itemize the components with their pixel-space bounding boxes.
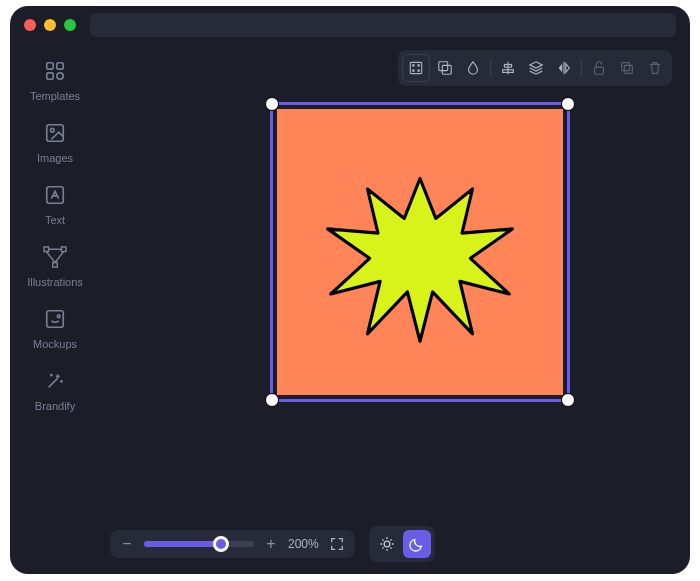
resize-handle-top-right[interactable] xyxy=(561,97,575,111)
image-icon xyxy=(42,120,68,146)
sidebar-item-label: Mockups xyxy=(33,338,77,350)
svg-rect-22 xyxy=(622,63,630,71)
svg-point-11 xyxy=(57,315,60,318)
flip-icon[interactable] xyxy=(551,55,577,81)
sidebar: Templates Images xyxy=(10,44,100,522)
toolbar-divider xyxy=(490,59,491,77)
svg-point-16 xyxy=(418,70,419,71)
zoom-in-button[interactable]: + xyxy=(264,537,278,551)
sidebar-item-label: Templates xyxy=(30,90,80,102)
svg-point-14 xyxy=(418,65,419,66)
toolbar-group-1 xyxy=(398,50,672,86)
titlebar xyxy=(10,6,690,44)
svg-rect-1 xyxy=(57,63,63,69)
svg-point-3 xyxy=(57,73,63,79)
magic-wand-icon xyxy=(42,368,68,394)
zoom-slider-fill xyxy=(144,541,221,547)
text-icon xyxy=(42,182,68,208)
svg-rect-18 xyxy=(442,65,451,74)
layers-icon[interactable] xyxy=(523,55,549,81)
svg-rect-7 xyxy=(44,247,49,252)
svg-point-24 xyxy=(384,541,390,547)
canvas[interactable] xyxy=(100,92,690,522)
starburst-shape[interactable] xyxy=(315,157,525,347)
top-toolbar xyxy=(100,44,690,92)
editor-area xyxy=(100,44,690,522)
svg-point-5 xyxy=(50,128,54,132)
copy-icon[interactable] xyxy=(614,55,640,81)
zoom-slider-knob[interactable] xyxy=(213,536,229,552)
svg-point-15 xyxy=(413,70,414,71)
illustrations-icon xyxy=(42,244,68,270)
sidebar-item-illustrations[interactable]: Illustrations xyxy=(27,244,83,288)
toolbar-divider xyxy=(581,59,582,77)
svg-rect-8 xyxy=(61,247,66,252)
grid-icon[interactable] xyxy=(402,54,430,82)
address-bar[interactable] xyxy=(90,13,676,37)
mockups-icon xyxy=(42,306,68,332)
svg-rect-10 xyxy=(47,311,64,328)
svg-rect-23 xyxy=(624,65,632,73)
trash-icon[interactable] xyxy=(642,55,668,81)
window-controls xyxy=(24,19,76,31)
svg-rect-17 xyxy=(439,62,448,71)
sidebar-item-label: Brandify xyxy=(35,400,75,412)
maximize-window-icon[interactable] xyxy=(64,19,76,31)
svg-rect-2 xyxy=(47,73,53,79)
artboard[interactable] xyxy=(277,109,563,395)
theme-light-button[interactable] xyxy=(373,530,401,558)
sidebar-item-templates[interactable]: Templates xyxy=(30,58,80,102)
svg-rect-12 xyxy=(410,62,421,73)
resize-handle-bottom-left[interactable] xyxy=(265,393,279,407)
sidebar-item-label: Illustrations xyxy=(27,276,83,288)
svg-rect-6 xyxy=(47,187,64,204)
sidebar-item-images[interactable]: Images xyxy=(37,120,73,164)
sidebar-item-brandify[interactable]: Brandify xyxy=(35,368,75,412)
theme-dark-button[interactable] xyxy=(403,530,431,558)
sidebar-item-label: Images xyxy=(37,152,73,164)
svg-rect-21 xyxy=(595,67,604,74)
zoom-slider[interactable] xyxy=(144,541,254,547)
zoom-control: − + 200% xyxy=(110,530,355,558)
sidebar-item-label: Text xyxy=(45,214,65,226)
svg-rect-4 xyxy=(47,125,64,142)
bottom-bar: − + 200% xyxy=(10,522,690,574)
app-window: Templates Images xyxy=(10,6,690,574)
sidebar-item-text[interactable]: Text xyxy=(42,182,68,226)
theme-toggle xyxy=(369,526,435,562)
fit-to-screen-icon[interactable] xyxy=(329,536,345,552)
svg-rect-0 xyxy=(47,63,53,69)
lock-open-icon[interactable] xyxy=(586,55,612,81)
selection-box[interactable] xyxy=(270,102,570,402)
align-icon[interactable] xyxy=(495,55,521,81)
resize-handle-bottom-right[interactable] xyxy=(561,393,575,407)
templates-icon xyxy=(42,58,68,84)
svg-point-13 xyxy=(413,65,414,66)
drop-icon[interactable] xyxy=(460,55,486,81)
overlap-icon[interactable] xyxy=(432,55,458,81)
zoom-out-button[interactable]: − xyxy=(120,537,134,551)
minimize-window-icon[interactable] xyxy=(44,19,56,31)
resize-handle-top-left[interactable] xyxy=(265,97,279,111)
close-window-icon[interactable] xyxy=(24,19,36,31)
sidebar-item-mockups[interactable]: Mockups xyxy=(33,306,77,350)
zoom-percent-label: 200% xyxy=(288,537,319,551)
